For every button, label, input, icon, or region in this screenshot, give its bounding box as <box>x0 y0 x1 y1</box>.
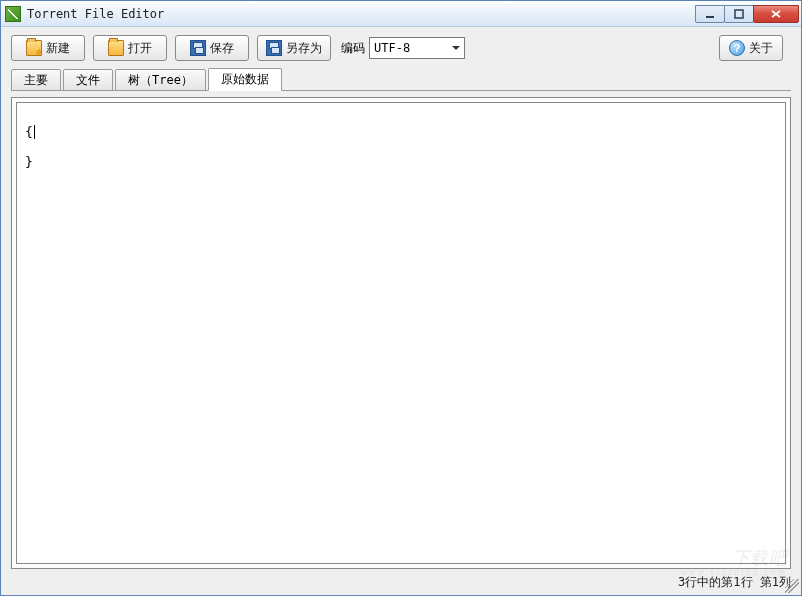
floppy-icon <box>266 40 282 56</box>
encoding-value: UTF-8 <box>374 41 410 55</box>
close-button[interactable] <box>753 5 799 23</box>
maximize-icon <box>734 9 744 19</box>
about-button[interactable]: 关于 <box>719 35 783 61</box>
tab-main[interactable]: 主要 <box>11 69 61 91</box>
statusbar: 3行中的第1行 第1列 <box>1 573 801 595</box>
minimize-icon <box>705 9 715 19</box>
minimize-button[interactable] <box>695 5 725 23</box>
encoding-select[interactable]: UTF-8 <box>369 37 465 59</box>
window-title: Torrent File Editor <box>27 7 164 21</box>
save-label: 保存 <box>210 40 234 57</box>
close-icon <box>770 9 782 19</box>
text-caret <box>34 125 35 139</box>
app-icon <box>5 6 21 22</box>
cursor-position-status: 3行中的第1行 第1列 <box>678 574 791 591</box>
folder-open-icon <box>108 40 124 56</box>
window-controls <box>696 5 799 23</box>
tab-raw-data[interactable]: 原始数据 <box>208 68 282 91</box>
encoding-label: 编码 <box>341 40 365 57</box>
maximize-button[interactable] <box>724 5 754 23</box>
new-label: 新建 <box>46 40 70 57</box>
svg-rect-1 <box>735 10 743 18</box>
toolbar: 新建 打开 保存 另存为 编码 UTF-8 关于 <box>1 27 801 67</box>
floppy-icon <box>190 40 206 56</box>
help-icon <box>729 40 745 56</box>
new-button[interactable]: 新建 <box>11 35 85 61</box>
app-window: Torrent File Editor 新建 打开 <box>0 0 802 596</box>
tabstrip: 主要 文件 树（Tree） 原始数据 <box>1 67 801 91</box>
open-label: 打开 <box>128 40 152 57</box>
saveas-label: 另存为 <box>286 40 322 57</box>
svg-rect-0 <box>706 16 714 18</box>
content-panel: { } <box>11 97 791 569</box>
raw-data-editor[interactable]: { } <box>16 102 786 564</box>
titlebar: Torrent File Editor <box>1 1 801 27</box>
about-label: 关于 <box>749 40 773 57</box>
tab-tree[interactable]: 树（Tree） <box>115 69 206 91</box>
saveas-button[interactable]: 另存为 <box>257 35 331 61</box>
save-button[interactable]: 保存 <box>175 35 249 61</box>
tab-files[interactable]: 文件 <box>63 69 113 91</box>
new-file-icon <box>26 40 42 56</box>
resize-grip[interactable] <box>785 579 799 593</box>
open-button[interactable]: 打开 <box>93 35 167 61</box>
